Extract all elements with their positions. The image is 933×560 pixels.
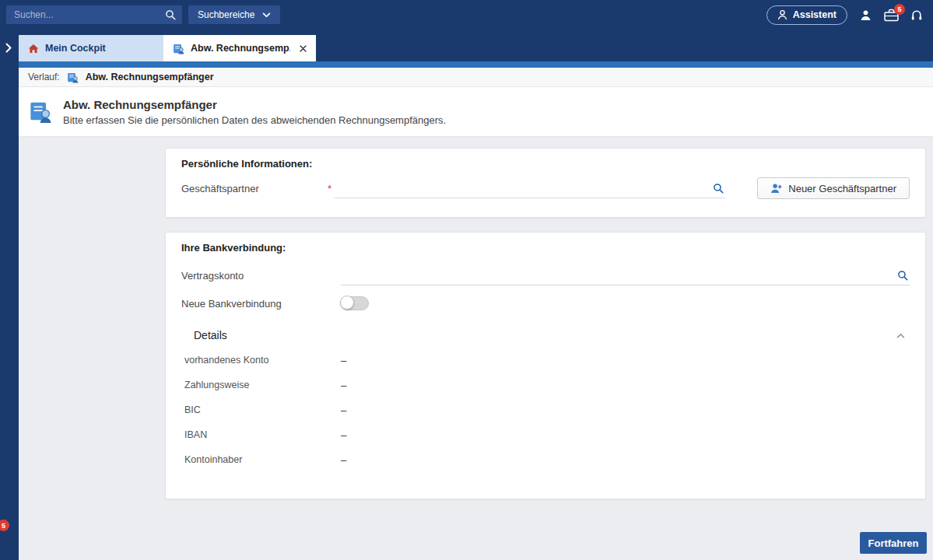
page-icon [29,100,52,124]
toggle-knob [340,296,354,310]
neue-bankverbindung-label: Neue Bankverbindung [181,298,341,310]
content-area: Persönliche Informationen: Geschäftspart… [19,137,933,560]
detail-row-vorhandenes-konto: vorhandenes Konto – [181,348,910,373]
geschaeftspartner-input[interactable] [335,181,708,194]
add-person-icon [770,183,782,194]
details-heading: Details [194,329,227,341]
close-icon[interactable] [300,45,307,52]
page-header-text: Abw. Rechnungsempfänger Bitte erfassen S… [63,98,446,126]
breadcrumb: Verlauf: Abw. Rechnungsempfänger [19,68,933,87]
fortfahren-button[interactable]: Fortfahren [860,532,927,554]
detail-row-bic: BIC – [181,397,910,422]
neuer-geschaeftspartner-label: Neuer Geschäftspartner [788,183,896,194]
vertragskonto-field[interactable] [341,265,910,285]
neuer-geschaeftspartner-button[interactable]: Neuer Geschäftspartner [757,177,910,199]
details-header: Details [181,329,910,341]
briefcase-icon[interactable]: 5 [884,9,899,22]
assistant-icon [777,9,787,20]
chevron-up-icon[interactable] [896,333,905,338]
neue-bankverbindung-row: Neue Bankverbindung [181,296,910,310]
breadcrumb-prefix: Verlauf: [28,72,60,82]
search-icon[interactable] [165,9,176,20]
geschaeftspartner-field[interactable] [335,178,725,198]
detail-row-iban: IBAN – [181,422,910,447]
geschaeftspartner-row: Geschäftspartner * Neuer Geschäftspartne… [181,177,910,199]
contact-card-icon [67,72,79,83]
detail-value: – [341,404,346,416]
tab-bar: Mein Cockpit Abw. Rechnungsemp... [19,30,933,61]
assistant-label: Assistent [793,9,837,20]
detail-value: – [341,454,346,466]
page-subtitle: Bitte erfassen Sie die persönlichen Date… [63,114,446,126]
detail-row-kontoinhaber: Kontoinhaber – [181,447,910,472]
detail-row-zahlungsweise: Zahlungsweise – [181,373,910,397]
vertragskonto-row: Vertragskonto [181,265,910,285]
detail-label: Kontoinhaber [184,454,341,465]
search-icon[interactable] [713,183,724,194]
search-scope-button[interactable]: Suchbereiche [188,5,280,24]
tab-abw-rechnungsempfaenger[interactable]: Abw. Rechnungsemp... [163,35,316,61]
detail-value: – [341,380,346,391]
detail-value: – [341,355,346,366]
accent-bar [19,61,933,68]
bank-card: Ihre Bankverbindung: Vertragskonto Neue … [165,232,926,499]
search-scope-label: Suchbereiche [198,9,254,20]
global-search[interactable] [6,5,182,24]
detail-label: IBAN [184,429,341,440]
detail-value: – [341,429,346,441]
headset-icon[interactable] [911,9,922,21]
rail-notification-badge: 5 [0,520,9,531]
left-rail: 5 [0,30,19,560]
personal-info-card: Persönliche Informationen: Geschäftspart… [165,148,926,218]
required-asterisk: * [328,183,335,194]
assistant-button[interactable]: Assistent [766,5,847,25]
topbar-actions: Assistent 5 [766,5,933,25]
search-icon[interactable] [897,270,908,281]
page-header: Abw. Rechnungsempfänger Bitte erfassen S… [19,87,933,137]
search-input[interactable] [12,9,160,21]
neue-bankverbindung-toggle[interactable] [341,296,369,310]
expand-sidebar-chevron-icon[interactable] [5,43,12,53]
geschaeftspartner-label: Geschäftspartner [181,183,328,194]
breadcrumb-item[interactable]: Abw. Rechnungsempfänger [86,72,214,82]
details-rows: vorhandenes Konto – Zahlungsweise – BIC … [181,348,910,472]
vertragskonto-label: Vertragskonto [181,270,341,282]
detail-label: vorhandenes Konto [184,355,341,366]
section-heading-personal: Persönliche Informationen: [181,158,910,170]
home-icon [28,44,39,54]
tab-mein-cockpit[interactable]: Mein Cockpit [19,35,163,61]
user-icon[interactable] [860,9,872,21]
contact-card-icon [173,43,184,54]
tab-label: Mein Cockpit [45,43,154,54]
topbar: Suchbereiche Assistent 5 [0,0,933,30]
vertragskonto-input[interactable] [341,268,893,282]
detail-label: BIC [184,404,341,415]
section-heading-bank: Ihre Bankverbindung: [181,242,910,254]
detail-label: Zahlungsweise [184,380,341,390]
chevron-down-icon [262,12,271,18]
notification-badge: 5 [894,4,905,15]
tab-label: Abw. Rechnungsemp... [191,43,290,54]
page-title: Abw. Rechnungsempfänger [63,98,446,111]
